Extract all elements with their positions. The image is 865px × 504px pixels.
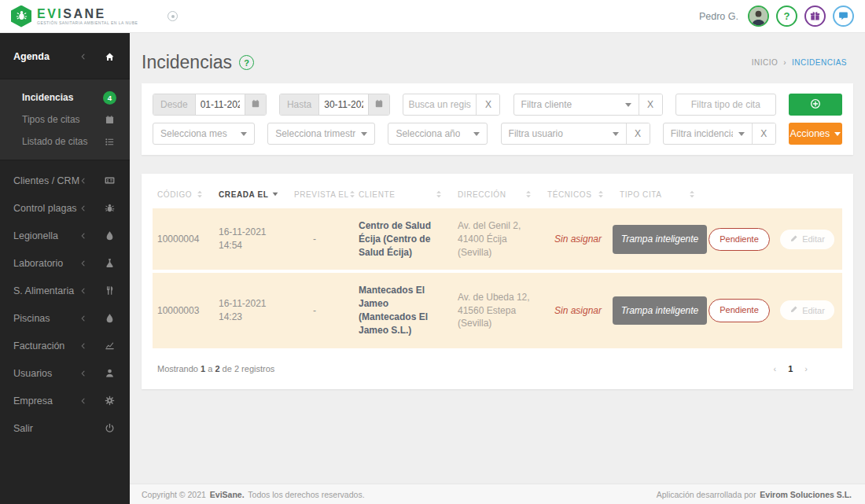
column-header-tipo-cita[interactable]: TIPO CITA	[615, 189, 706, 199]
appointment-type-badge: Trampa inteligente	[613, 225, 708, 254]
incident-row: 10000004 16-11-2021 14:54 - Centro de Sa…	[153, 208, 842, 270]
chevron-left-icon	[79, 231, 90, 241]
developer-link[interactable]: Evirom Soluciones S.L.	[760, 490, 852, 499]
quarter-filter: Selecciona trimestre	[267, 123, 375, 145]
current-page[interactable]: 1	[788, 364, 793, 373]
client-select[interactable]: Filtra cliente	[514, 94, 639, 115]
prev-page-button[interactable]: ‹	[774, 364, 777, 373]
column-header-creada-el[interactable]: CREADA EL	[214, 190, 289, 199]
avatar[interactable]	[748, 6, 769, 27]
year-select[interactable]: Selecciona año	[388, 123, 487, 144]
date-to-calendar-button[interactable]	[368, 94, 389, 115]
status-badge: Pendiente	[709, 228, 770, 251]
column-header-direccion[interactable]: DIRECCIÓN	[453, 189, 543, 199]
next-page-button[interactable]: ›	[804, 364, 808, 373]
sidebar-item-s-alimentaria[interactable]: S. Alimentaria	[0, 277, 130, 304]
chevron-left-icon	[79, 176, 90, 186]
actions-button[interactable]: Acciones	[789, 123, 842, 145]
help-icon[interactable]: ?	[776, 6, 797, 27]
date-to-filter: Hasta	[279, 94, 390, 116]
breadcrumb-separator-icon: ›	[783, 58, 786, 67]
sidebar-item-laboratorio[interactable]: Laboratorio	[0, 249, 130, 277]
sidebar-item-salir[interactable]: Salir	[0, 414, 130, 442]
column-header-cliente[interactable]: CLIENTE	[354, 189, 453, 199]
quarter-select[interactable]: Selecciona trimestre	[268, 123, 374, 144]
status-badge: Pendiente	[709, 299, 770, 322]
clear-incidents-button[interactable]: X	[752, 123, 775, 144]
droplet-icon	[103, 230, 116, 241]
appointment-type-input[interactable]	[676, 94, 775, 115]
cell-accion: Editar	[774, 230, 842, 249]
sidebar-item-usuarios[interactable]: Usuarios	[0, 359, 130, 387]
plus-circle-icon	[810, 98, 821, 112]
date-from-label: Desde	[153, 94, 196, 115]
cell-codigo: 10000003	[153, 304, 214, 318]
chevron-left-icon	[79, 286, 90, 296]
edit-button[interactable]: Editar	[780, 300, 834, 320]
cell-creada-el: 16-11-2021 14:23	[214, 297, 289, 324]
breadcrumb-inicio[interactable]: INICIO	[752, 58, 778, 67]
cell-creada-el: 16-11-2021 14:54	[214, 226, 289, 252]
date-from-filter: Desde	[153, 94, 267, 116]
sidebar-item-control-plagas[interactable]: Control plagas	[0, 194, 130, 222]
gift-icon[interactable]	[804, 6, 826, 27]
clear-client-button[interactable]: X	[639, 94, 662, 115]
caret-down-icon	[361, 132, 367, 136]
cell-cliente: Mantecados El Jameo (Mantecados El Jameo…	[354, 284, 453, 337]
cell-direccion: Av. de Ubeda 12, 41560 Estepa (Sevilla)	[453, 291, 543, 330]
bug-logo-icon	[11, 6, 31, 28]
search-input[interactable]	[403, 94, 476, 115]
sidebar-item-clientes-crm[interactable]: Clientes / CRM	[0, 167, 130, 194]
topbar: EVISANE GESTIÓN SANITARIA AMBIENTAL EN L…	[0, 0, 865, 33]
incidencias-count-badge: 4	[103, 91, 116, 105]
sidebar-item-piscinas[interactable]: Piscinas	[0, 304, 130, 332]
breadcrumb-incidencias: INCIDENCIAS	[792, 58, 847, 67]
sidebar-item-facturacion[interactable]: Facturación	[0, 332, 130, 359]
date-from-calendar-button[interactable]	[245, 94, 266, 115]
evisane-logo: EVISANE GESTIÓN SANITARIA AMBIENTAL EN L…	[11, 6, 138, 28]
filters-panel: Desde Hasta X Filtra cliente	[142, 83, 853, 155]
sort-icon	[197, 189, 203, 199]
chevron-left-icon	[79, 396, 90, 406]
page-help-icon[interactable]: ?	[239, 55, 254, 70]
edit-button[interactable]: Editar	[780, 230, 834, 249]
add-incident-button[interactable]	[789, 94, 842, 116]
appointment-type-filter	[675, 94, 776, 116]
column-header-prevista-el[interactable]: PREVISTA EL	[289, 189, 354, 199]
chat-icon[interactable]	[833, 6, 854, 27]
cell-estado: Pendiente	[706, 299, 774, 322]
appointment-type-badge: Trampa inteligente	[613, 296, 708, 326]
developer-credit: Aplicación desarrollada por Evirom Soluc…	[657, 490, 853, 499]
column-header-tecnicos[interactable]: TÉCNICOS	[543, 189, 615, 199]
sidebar-item-listado-de-citas[interactable]: Listado de citas	[0, 131, 130, 153]
agenda-submenu: Incidencias 4 Tipos de citas Listado de …	[0, 79, 130, 160]
cell-accion: Editar	[774, 300, 842, 320]
month-filter: Selecciona mes	[153, 123, 255, 145]
cell-cliente: Centro de Salud Écija (Centro de Salud É…	[354, 219, 453, 259]
page-footer: Copyright © 2021 EviSane. Todos los dere…	[130, 484, 865, 504]
date-to-input[interactable]	[319, 94, 368, 115]
sidebar-item-legionella[interactable]: Legionella	[0, 222, 130, 249]
caret-down-icon	[241, 132, 247, 136]
search-filter: X	[403, 94, 500, 116]
cell-direccion: Av. del Genil 2, 41400 Écija (Sevilla)	[453, 219, 543, 259]
chevron-left-icon	[79, 341, 90, 351]
month-select[interactable]: Selecciona mes	[153, 123, 254, 144]
sidebar-item-incidencias[interactable]: Incidencias 4	[0, 86, 130, 109]
caret-down-icon	[738, 132, 745, 136]
column-header-codigo[interactable]: CÓDIGO	[153, 189, 214, 199]
chevron-left-icon	[79, 204, 90, 213]
sidebar-item-empresa[interactable]: Empresa	[0, 387, 130, 414]
date-from-input[interactable]	[196, 94, 245, 115]
incidents-select[interactable]: Filtra incidencias	[664, 123, 752, 144]
sidebar-item-agenda[interactable]: Agenda	[0, 42, 130, 71]
user-select[interactable]: Filtra usuario	[502, 123, 626, 144]
clear-user-button[interactable]: X	[626, 123, 650, 144]
cell-prevista-el: -	[289, 233, 354, 246]
pencil-icon	[790, 305, 798, 315]
clear-search-button[interactable]: X	[476, 94, 499, 115]
collapse-toggle-icon[interactable]	[167, 11, 178, 21]
date-to-label: Hasta	[280, 94, 319, 115]
droplet-icon	[103, 313, 116, 323]
sidebar-item-tipos-de-citas[interactable]: Tipos de citas	[0, 109, 130, 131]
